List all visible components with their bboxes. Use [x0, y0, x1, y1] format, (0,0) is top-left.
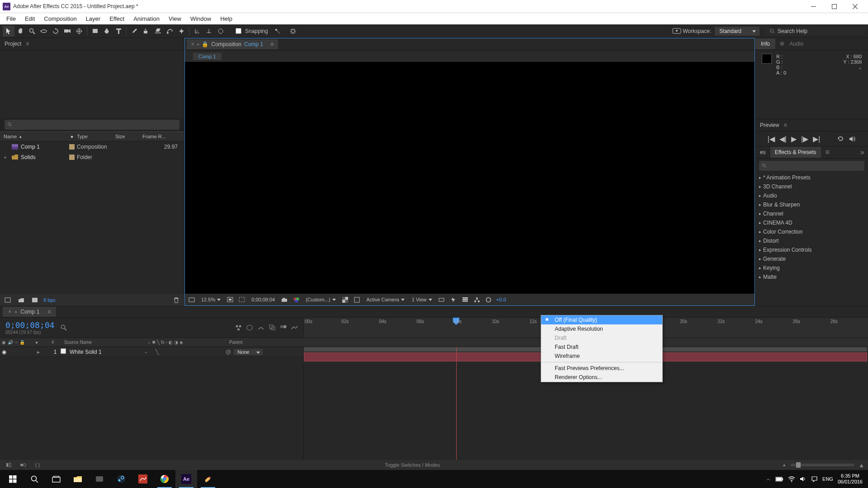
selection-tool[interactable]: [3, 26, 14, 37]
tray-show-hidden-icon[interactable]: ︿: [766, 476, 771, 482]
lock-column-icon[interactable]: 🔒: [19, 340, 25, 345]
tab-es-truncated[interactable]: es: [755, 147, 770, 158]
snapshot-icon[interactable]: [280, 296, 288, 304]
timeline-zoom-slider[interactable]: [791, 464, 854, 466]
play-button[interactable]: ▶: [791, 135, 797, 143]
tab-effects-presets[interactable]: Effects & Presets: [770, 147, 821, 158]
toggle-switches-icon-3[interactable]: { }: [33, 460, 42, 469]
menu-animation[interactable]: Animation: [129, 14, 164, 23]
current-timecode[interactable]: 0;00;08;04: [5, 320, 54, 330]
start-button[interactable]: [2, 470, 24, 488]
mute-button[interactable]: [849, 136, 856, 142]
transparency-grid-icon[interactable]: [341, 296, 349, 304]
effect-category[interactable]: Blur & Sharpen: [755, 200, 868, 209]
view-axis-icon[interactable]: [215, 26, 226, 37]
tray-wifi-icon[interactable]: [788, 476, 795, 482]
comp-viewport[interactable]: [185, 62, 755, 294]
next-frame-button[interactable]: |▶: [801, 135, 808, 143]
menu-composition[interactable]: Composition: [39, 14, 81, 23]
layer-name[interactable]: White Solid 1: [68, 349, 142, 355]
pen-tool[interactable]: [101, 26, 113, 37]
task-view-button[interactable]: [45, 470, 67, 488]
menu-item[interactable]: Off (Final Quality): [541, 315, 662, 324]
pan-behind-tool[interactable]: [73, 26, 85, 37]
world-axis-icon[interactable]: [203, 26, 215, 37]
menu-item[interactable]: Adaptive Resolution: [541, 324, 662, 333]
maximize-button[interactable]: [824, 0, 844, 13]
exposure-value[interactable]: +0.0: [496, 297, 506, 302]
resolution-icon[interactable]: [226, 296, 234, 304]
motion-blur-icon[interactable]: [280, 324, 287, 331]
roi-icon[interactable]: [238, 296, 246, 304]
video-column-icon[interactable]: ◉: [2, 340, 6, 345]
effect-category[interactable]: Matte: [755, 272, 868, 282]
solo-column-icon[interactable]: ○: [15, 340, 18, 345]
prev-frame-button[interactable]: ◀|: [779, 135, 787, 143]
close-button[interactable]: [844, 0, 865, 13]
snapping-checkbox[interactable]: [236, 28, 241, 34]
menu-window[interactable]: Window: [186, 14, 216, 23]
hide-shy-icon[interactable]: [258, 324, 264, 331]
timecode-search-icon[interactable]: [61, 324, 67, 331]
comp-tab-close-icon[interactable]: ×: [191, 41, 194, 47]
label-column-icon[interactable]: ●: [35, 340, 38, 345]
menu-effect[interactable]: Effect: [105, 14, 129, 23]
project-column-headers[interactable]: Name ▲ ● Type Size Frame R...: [0, 131, 184, 141]
effect-category[interactable]: CINEMA 4D: [755, 218, 868, 227]
effects-panel-menu-icon[interactable]: ≡: [826, 148, 830, 156]
effect-category[interactable]: 3D Channel: [755, 182, 868, 191]
frame-blend-icon[interactable]: [269, 324, 275, 331]
tray-action-center-icon[interactable]: [811, 476, 818, 483]
zoom-tool[interactable]: [26, 26, 38, 37]
always-preview-icon[interactable]: [188, 296, 196, 304]
pixel-aspect-icon[interactable]: [438, 296, 446, 304]
project-item-comp[interactable]: Comp 1 Composition 29.97: [0, 141, 184, 152]
taskbar-app-1[interactable]: [89, 470, 110, 488]
loop-button[interactable]: [837, 136, 844, 141]
timeline-icon[interactable]: [461, 296, 469, 304]
project-panel-menu-icon[interactable]: ≡: [26, 41, 29, 47]
graph-editor-icon[interactable]: [291, 324, 298, 331]
views-dropdown[interactable]: 1 View: [410, 296, 434, 303]
effect-category[interactable]: * Animation Presets: [755, 173, 868, 182]
comp-breadcrumb-item[interactable]: Comp 1: [193, 53, 222, 60]
info-panel-menu-icon[interactable]: ≡: [780, 40, 784, 48]
taskbar-app-2[interactable]: [132, 470, 154, 488]
tray-volume-icon[interactable]: [800, 476, 807, 482]
effect-category[interactable]: Audio: [755, 191, 868, 200]
tray-clock[interactable]: 6:35 PM 06/01/2016: [838, 473, 863, 485]
layer-expand-icon[interactable]: ▸: [35, 349, 42, 355]
workspace-dropdown[interactable]: Standard: [715, 27, 760, 36]
menu-help[interactable]: Help: [216, 14, 237, 23]
channel-icon[interactable]: [292, 296, 300, 304]
comp-mini-flowchart-icon[interactable]: [235, 324, 242, 331]
index-column-header[interactable]: #: [52, 340, 62, 345]
rotation-tool[interactable]: [50, 26, 61, 37]
taskbar-steam[interactable]: [110, 470, 132, 488]
shy-switch[interactable]: ⬩: [144, 349, 147, 355]
project-item-folder[interactable]: ▸Solids Folder: [0, 152, 184, 162]
sync-settings-icon[interactable]: [671, 26, 683, 37]
tray-language[interactable]: ENG: [822, 476, 833, 482]
menu-layer[interactable]: Layer: [81, 14, 105, 23]
roto-brush-tool[interactable]: [164, 26, 175, 37]
comp-panel-menu-icon[interactable]: ≡: [270, 41, 274, 47]
zoom-dropdown[interactable]: 12.5%: [199, 296, 222, 303]
quality-switch[interactable]: ╲: [156, 349, 159, 355]
audio-column-icon[interactable]: 🔊: [8, 340, 13, 345]
taskbar-file-explorer[interactable]: [67, 470, 89, 488]
bit-depth-button[interactable]: 8 bpc: [43, 297, 56, 303]
effects-search-input[interactable]: [759, 161, 864, 171]
effect-category[interactable]: Generate: [755, 254, 868, 263]
effect-category[interactable]: Expression Controls: [755, 245, 868, 254]
video-toggle-icon[interactable]: ◉: [2, 349, 6, 355]
reset-exposure-icon[interactable]: [485, 296, 493, 304]
minimize-button[interactable]: [803, 0, 824, 13]
lock-icon[interactable]: 🔒: [202, 41, 208, 47]
effect-category[interactable]: Distort: [755, 236, 868, 245]
new-comp-icon[interactable]: [30, 296, 40, 305]
camera-tool[interactable]: [61, 26, 73, 37]
delete-icon[interactable]: [171, 296, 181, 305]
tray-battery-icon[interactable]: [775, 477, 783, 482]
rectangle-tool[interactable]: [89, 26, 101, 37]
